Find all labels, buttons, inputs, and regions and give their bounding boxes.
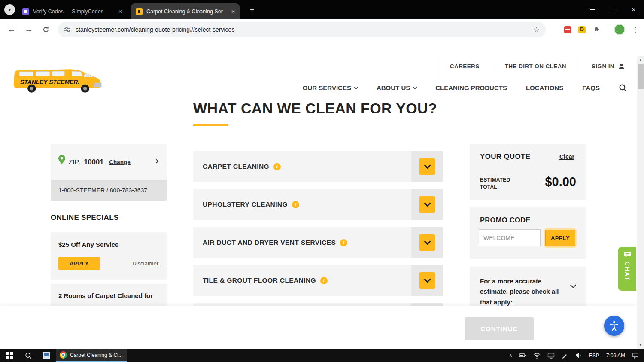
estimate-note: For a more accurate estimate, please che… (480, 276, 565, 307)
speaker-icon[interactable] (571, 352, 586, 359)
zip-value: 10001 (84, 158, 103, 166)
estimated-total-label: ESTIMATED TOTAL: (480, 176, 517, 190)
display-icon[interactable] (544, 352, 558, 359)
estimated-total-value: $0.00 (545, 175, 576, 189)
expand-service-button[interactable] (419, 272, 435, 289)
service-row-carpet-cleaning[interactable]: CARPET CLEANING i (193, 151, 443, 182)
chat-tab[interactable]: CHAT (618, 247, 636, 291)
reload-button[interactable] (39, 19, 52, 40)
tab-search-button[interactable]: ▼ (4, 4, 15, 15)
our-services-label: OUR SERVICES (303, 84, 351, 91)
careers-label: CAREERS (450, 63, 480, 70)
service-expand-strip (411, 265, 443, 296)
stanleysteemer-favicon (136, 8, 143, 15)
bookmark-star-icon[interactable]: ☆ (533, 25, 540, 34)
nav-our-services[interactable]: OUR SERVICES (303, 84, 358, 91)
expand-service-button[interactable] (419, 234, 435, 251)
quote-heading: YOUR QUOTE (480, 152, 530, 161)
service-expand-strip (411, 151, 443, 182)
scrollbar-thumb[interactable] (638, 64, 644, 89)
windows-taskbar: Carpet Cleaning & Cl... ∧ ESP 7:09 AM (0, 349, 644, 362)
browser-menu-icon[interactable]: ⋮ (632, 26, 639, 34)
taskbar-app-button[interactable] (38, 349, 55, 362)
zip-label: ZIP: (69, 158, 81, 166)
zip-row[interactable]: ZIP: 10001 Change (51, 144, 167, 180)
tab-close-icon[interactable]: × (231, 9, 235, 15)
service-expand-strip (411, 227, 443, 258)
zip-change-link[interactable]: Change (109, 159, 131, 165)
service-label: AIR DUCT AND DRYER VENT SERVICES (203, 239, 336, 246)
utility-link-careers[interactable]: CAREERS (437, 56, 492, 76)
info-icon[interactable]: i (340, 239, 347, 246)
browser-tab-active[interactable]: Carpet Cleaning & Cleaning Ser × (131, 3, 240, 19)
info-icon[interactable]: i (292, 201, 299, 208)
page-scrollbar[interactable]: ▲ ▼ (637, 56, 644, 349)
expand-service-button[interactable] (419, 158, 435, 175)
zip-card[interactable]: ZIP: 10001 Change 1-800-STEEMER / 800-78… (51, 144, 167, 201)
nav-locations[interactable]: LOCATIONS (526, 84, 563, 91)
chevron-down-icon (424, 200, 431, 207)
clock[interactable]: 7:09 AM (603, 353, 629, 359)
url-bar[interactable]: stanleysteemer.com/cleaning-quote-pricin… (58, 22, 546, 37)
continue-button[interactable]: CONTINUE (465, 317, 534, 340)
service-row-air-duct[interactable]: AIR DUCT AND DRYER VENT SERVICES i (193, 227, 443, 258)
search-icon[interactable] (619, 84, 627, 92)
promo-code-input[interactable] (479, 229, 541, 246)
phone-number: 1-800-STEEMER / 800-783-3637 (51, 180, 167, 201)
taskbar-search-button[interactable] (20, 349, 37, 362)
service-label: CARPET CLEANING (203, 163, 269, 170)
forward-button[interactable]: → (22, 19, 35, 40)
scroll-up-arrow[interactable]: ▲ (637, 58, 644, 62)
site-utility-bar: CAREERS THE DIRT ON CLEAN SIGN IN (437, 56, 637, 76)
window-minimize-button[interactable] (582, 0, 603, 19)
browser-tab-simplycodes[interactable]: Verify Codes — SimplyCodes × (17, 3, 127, 19)
expand-service-button[interactable] (419, 196, 435, 213)
quote-clear-link[interactable]: Clear (559, 153, 574, 160)
language-indicator[interactable]: ESP (586, 353, 603, 359)
windows-logo-icon (6, 352, 13, 359)
window-maximize-button[interactable] (603, 0, 623, 19)
utility-link-dirt-on-clean[interactable]: THE DIRT ON CLEAN (492, 56, 579, 76)
battery-icon[interactable] (516, 352, 530, 359)
promo-apply-button[interactable]: APPLY (545, 230, 575, 246)
extension-icon-red[interactable] (564, 26, 571, 33)
chevron-down-icon[interactable] (570, 282, 576, 288)
service-row-upholstery-cleaning[interactable]: UPHOLSTERY CLEANING i (193, 189, 443, 220)
start-button[interactable] (0, 349, 20, 362)
chevron-down-icon (413, 85, 417, 89)
app-icon (43, 352, 50, 359)
service-row-tile-grout[interactable]: TILE & GROUT FLOOR CLEANING i (193, 265, 443, 296)
system-tray: ∧ ESP 7:09 AM (506, 349, 642, 362)
chevron-down-icon (354, 85, 358, 89)
browser-tabstrip: ▼ Verify Codes — SimplyCodes × Carpet Cl… (0, 0, 644, 19)
extension-icon-d[interactable]: D (578, 26, 586, 33)
offer-apply-button[interactable]: APPLY (58, 257, 100, 270)
extensions-puzzle-icon[interactable] (592, 26, 600, 33)
new-tab-button[interactable]: + (247, 5, 257, 15)
nav-about-us[interactable]: ABOUT US (377, 84, 416, 91)
hidden-icons-chevron[interactable]: ∧ (506, 353, 516, 358)
disclaimer-link[interactable]: Disclaimer (132, 260, 158, 267)
back-button[interactable]: ← (5, 19, 18, 40)
action-center-icon[interactable] (629, 352, 642, 359)
chevron-right-icon[interactable] (155, 159, 159, 164)
wifi-icon[interactable] (530, 352, 544, 359)
profile-avatar[interactable] (614, 24, 625, 35)
location-pin-icon (58, 155, 65, 164)
info-icon[interactable]: i (273, 163, 281, 170)
window-close-button[interactable]: × (623, 0, 644, 19)
chat-bubble-icon (623, 251, 632, 259)
pen-icon[interactable] (558, 352, 571, 359)
info-icon[interactable]: i (320, 277, 328, 284)
service-label: TILE & GROUT FLOOR CLEANING (203, 277, 316, 284)
offer-title: $25 Off Any Service (58, 241, 118, 248)
stanley-steemer-logo[interactable]: STANLEY STEEMER. (10, 63, 106, 98)
scroll-down-arrow[interactable]: ▼ (637, 343, 644, 347)
accessibility-button[interactable] (604, 316, 624, 336)
taskbar-active-task[interactable]: Carpet Cleaning & Cl... (56, 349, 127, 362)
tab-close-icon[interactable]: × (118, 9, 122, 15)
nav-cleaning-products[interactable]: CLEANING PRODUCTS (435, 84, 507, 91)
nav-faqs[interactable]: FAQS (582, 84, 600, 91)
utility-link-sign-in[interactable]: SIGN IN (579, 56, 637, 76)
site-info-icon[interactable] (64, 26, 71, 33)
